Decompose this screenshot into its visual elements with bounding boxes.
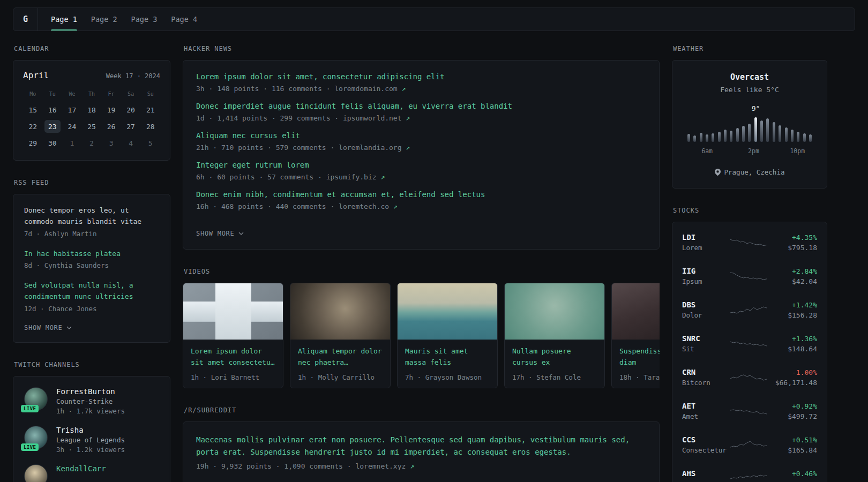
stock-values: +0.92% $499.72	[768, 402, 817, 420]
video-card[interactable]: Nullam posuere cursus ex 17h · Stefan Co…	[504, 283, 605, 388]
calendar-day-headers: MoTuWeThFrSaSu	[23, 91, 160, 97]
calendar-day: 30	[44, 137, 61, 149]
hackernews-item-title[interactable]: Aliquam nec cursus elit	[196, 131, 646, 140]
external-link-icon: ↗	[380, 173, 385, 181]
hackernews-item-title[interactable]: Lorem ipsum dolor sit amet, consectetur …	[196, 72, 646, 81]
weather-bar	[736, 128, 739, 142]
stock-name	[682, 480, 729, 482]
rss-item-title[interactable]: Sed volutpat nulla nisl, a condimentum n…	[24, 280, 159, 303]
rss-item-title[interactable]: Donec tempor eros leo, ut commodo mauris…	[24, 205, 159, 228]
video-thumbnail	[612, 283, 660, 340]
twitch-channel-name[interactable]: Trisha	[56, 426, 125, 434]
hackernews-item-domain-link[interactable]: loremtech.co ↗	[339, 202, 398, 210]
hackernews-item: Integer eget rutrum lorem 6h · 60 points…	[196, 161, 646, 181]
stock-name: Bitcorn	[682, 379, 729, 387]
app-logo[interactable]: G	[13, 8, 38, 31]
hackernews-item-domain-link[interactable]: loremdomain.com ↗	[334, 85, 406, 93]
calendar-day: 4	[123, 137, 139, 149]
weather-time-label: 2pm	[748, 147, 759, 155]
twitch-channel[interactable]: LIVE Trisha League of Legends 3h · 1.2k …	[24, 426, 159, 454]
twitch-channel-name[interactable]: KendallCarr	[56, 464, 106, 473]
twitch-channel[interactable]: LIVE ForrestBurton Counter-Strike 1h · 1…	[24, 387, 159, 415]
video-title[interactable]: Lorem ipsum dolor sit amet consectetu…	[191, 346, 275, 368]
hackernews-show-more-button[interactable]: SHOW MORE	[196, 230, 244, 237]
stock-row[interactable]: IIG Ipsum +2.84% $42.04	[682, 259, 817, 293]
subreddit-post-meta: 19h · 9,932 points · 1,090 comments · lo…	[196, 462, 646, 470]
video-title[interactable]: Mauris sit amet massa felis	[405, 346, 490, 368]
hackernews-item-domain-link[interactable]: ipsumify.biz ↗	[326, 173, 385, 181]
stock-symbol: AHS	[682, 469, 729, 478]
hackernews-item-meta: 16h · 468 points · 440 comments · loremt…	[196, 202, 646, 210]
stock-sparkline	[730, 472, 767, 482]
weather-bar	[766, 118, 769, 142]
video-title[interactable]: Aliquam tempor dolor nec phaetra…	[298, 346, 383, 368]
stock-values: +1.42% $156.28	[768, 301, 817, 319]
subreddit-section-title: /R/SUBREDDIT	[184, 406, 660, 414]
stock-row[interactable]: SNRC Sit +1.36% $148.64	[682, 327, 817, 360]
page-tab[interactable]: Page 1	[51, 8, 77, 31]
live-badge: LIVE	[21, 405, 39, 412]
stock-row[interactable]: CCS Consectetur +0.51% $165.84	[682, 428, 817, 462]
external-link-icon: ↗	[402, 85, 406, 93]
weather-time-label: 10pm	[790, 147, 805, 155]
rss-section: RSS FEED Donec tempor eros leo, ut commo…	[13, 179, 170, 343]
subreddit-post-domain-link[interactable]: loremnet.xyz ↗	[355, 462, 414, 470]
stock-row[interactable]: DBS Dolor +1.42% $156.28	[682, 293, 817, 327]
video-card[interactable]: Lorem ipsum dolor sit amet consectetu… 1…	[183, 283, 283, 388]
hackernews-item-title[interactable]: Integer eget rutrum lorem	[196, 161, 646, 169]
middle-column: HACKER NEWS Lorem ipsum dolor sit amet, …	[183, 45, 660, 482]
twitch-channel-name[interactable]: ForrestBurton	[56, 387, 125, 396]
stock-sparkline	[730, 269, 767, 283]
calendar-day-header: Sa	[128, 91, 134, 97]
hackernews-item-domain-link[interactable]: loremlandia.org ↗	[339, 144, 410, 152]
rss-show-more-label: SHOW MORE	[24, 324, 63, 332]
calendar-day-header: We	[69, 91, 75, 97]
video-title[interactable]: Nullam posuere cursus ex	[512, 346, 597, 368]
rss-card: Donec tempor eros leo, ut commodo mauris…	[13, 194, 170, 343]
hackernews-item-title[interactable]: Donec enim nibh, condimentum et accumsan…	[196, 190, 646, 199]
calendar-day-grid: 15 16 17 18 19 20 21 22	[23, 103, 160, 149]
rss-section-title: RSS FEED	[14, 179, 170, 186]
stock-values: +1.36% $148.64	[768, 335, 817, 353]
page-tab[interactable]: Page 4	[171, 8, 197, 31]
calendar-month: April	[23, 70, 49, 80]
page-tab[interactable]: Page 3	[131, 8, 158, 31]
subreddit-post-domain: loremnet.xyz	[355, 462, 406, 470]
chevron-down-icon	[238, 232, 244, 235]
stock-row[interactable]: CRN Bitcorn -1.00% $66,171.48	[682, 360, 817, 394]
hackernews-item-stats: 6h · 60 points · 57 comments ·	[196, 173, 326, 181]
weather-bar	[693, 135, 696, 142]
video-title[interactable]: Suspendisse porta diam	[619, 346, 660, 368]
right-column: WEATHER Overcast Feels like 5°C 9° 6am 2…	[672, 45, 827, 482]
stock-name: Lorem	[682, 244, 729, 252]
twitch-channel[interactable]: KendallCarr	[24, 464, 159, 482]
video-card[interactable]: Suspendisse porta diam 18h · Tara Bell	[611, 283, 660, 388]
topbar: G Page 1 Page 2 Page 3 Page 4	[13, 7, 855, 31]
stock-price: $165.84	[768, 446, 817, 454]
rss-item-title[interactable]: In hac habitasse platea	[24, 248, 159, 260]
stock-row[interactable]: AET Amet +0.92% $499.72	[682, 394, 817, 428]
calendar-day: 3	[103, 137, 119, 149]
rss-show-more-button[interactable]: SHOW MORE	[24, 324, 72, 332]
stock-values: +4.35% $795.18	[768, 234, 817, 252]
external-link-icon: ↗	[393, 202, 398, 210]
hackernews-item-domain: ipsumworld.net	[343, 114, 402, 122]
stock-change: +0.92%	[768, 402, 817, 410]
video-card[interactable]: Mauris sit amet massa felis 7h · Grayson…	[397, 283, 498, 388]
stock-price: $156.28	[768, 311, 817, 319]
stock-row[interactable]: LDI Lorem +4.35% $795.18	[682, 225, 817, 259]
hackernews-item-domain-link[interactable]: ipsumworld.net ↗	[343, 114, 410, 122]
twitch-channel-info: Trisha League of Legends 3h · 1.2k viewe…	[56, 426, 125, 454]
page-tab[interactable]: Page 2	[91, 8, 117, 31]
video-card[interactable]: Aliquam tempor dolor nec phaetra… 1h · M…	[290, 283, 391, 388]
stock-sparkline	[730, 371, 767, 385]
stock-symbol: SNRC	[682, 334, 729, 343]
stock-row[interactable]: AHS +0.46%	[682, 462, 817, 482]
hackernews-item-title[interactable]: Donec imperdiet augue tincidunt felis al…	[196, 102, 646, 110]
subreddit-post-title[interactable]: Maecenas mollis pulvinar erat non posuer…	[196, 434, 646, 458]
weather-bar	[785, 127, 788, 142]
weather-bar	[724, 130, 727, 142]
hackernews-item: Lorem ipsum dolor sit amet, consectetur …	[196, 72, 646, 93]
stock-change: +1.36%	[768, 335, 817, 343]
video-thumbnail	[290, 283, 390, 340]
